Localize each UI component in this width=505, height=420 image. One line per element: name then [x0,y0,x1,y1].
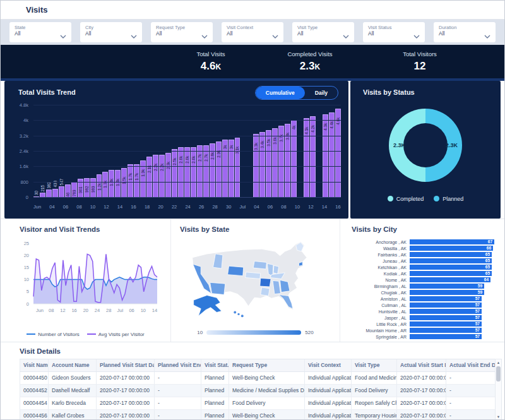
column-header-visit-name[interactable]: Visit Name [20,359,49,371]
scroll-up-icon[interactable]: ▲ [497,360,500,365]
table-row[interactable]: 00004456Kallef Grobes2020-07-17 00:00:00… [20,410,495,420]
city-bar-zone: 57 [410,334,494,339]
city-bar: 67 [410,239,494,244]
axis-tick-label: 0 [27,301,29,307]
city-row: Cullman , AL57 [349,302,494,308]
column-header-request-type[interactable]: Request Type [229,359,305,371]
trend-bar-label: 2.7k [203,154,209,162]
visit-details-title: Visit Details [20,347,61,355]
visits-by-city-card: Visits by City Anchorage , AK67Wasilla ,… [340,219,504,342]
filter-city[interactable]: CityAll [80,22,142,42]
column-header-planned-visit-end-date[interactable]: Planned Visit End Date [155,359,201,371]
city-label: Nome , AK [349,278,410,282]
city-bar: 57 [410,315,482,320]
visitor-trends-card: Visitor and Visit Trends 2520151050Jun08… [1,219,171,342]
legend-dot [434,196,439,201]
filter-value: All [368,30,420,37]
trend-y-tick: 2.4k [20,148,28,154]
filter-value: All [85,30,137,37]
table-cell: Dashell Medcalf [49,385,97,397]
city-bar: 57 [410,334,482,339]
city-row: Wasilla , AK66 [349,245,494,251]
table-cell: 2020-07-17 00:00:00 [397,397,446,409]
axis-tick-label: 08 [49,308,54,313]
trend-bar-label: 3.6k [272,136,278,144]
table-row[interactable]: 00004454Karlo Breceda2020-07-17 00:00:00… [20,397,495,410]
table-cell: 2020-07-17 00:00:00 [397,385,446,397]
trend-x-tick: 04 [254,204,259,210]
trend-x-tick: 04 [49,204,54,210]
status-donut-chart: 2.3K 2.3K [389,109,462,182]
table-cell: 00004456 [20,410,49,420]
city-label: Fairbanks , AK [349,253,410,257]
trend-bar-label: 3k [229,145,234,149]
filter-duration[interactable]: DurationAll [434,22,496,42]
table-cell: - [155,372,201,384]
city-bar: 65 [410,258,492,263]
trend-bar-label: 989 [90,186,96,193]
trend-x-tick: Jun [33,204,41,210]
scroll-down-icon[interactable]: ▼ [497,414,500,419]
column-header-visit-context[interactable]: Visit Context [305,359,352,371]
city-bar: 57 [410,321,482,327]
axis-tick-label: 20 [83,308,88,313]
trend-x-axis: Jun0406081012141618202224262830Jul040608… [33,204,341,210]
filter-visit-type[interactable]: Visit TypeAll [292,22,354,42]
state-IN [273,265,279,274]
scroll-thumb[interactable] [496,366,501,381]
toggle-cumulative[interactable]: Cumulative [256,87,305,99]
column-header-planned-visit-start-date[interactable]: Planned Visit Start Date↓ [97,359,155,371]
city-bar-zone: 65 [410,258,494,263]
trend-x-tick: 30 [226,204,231,210]
filter-value: All [297,30,349,37]
trend-gridline [33,197,341,198]
city-bar: 59 [410,284,484,289]
state-FL [279,295,293,309]
dashboard-visits: Visits StateAllCityAllRequest TypeAllVis… [0,0,505,420]
trend-x-tick: 22 [172,204,177,210]
state-AK [194,296,222,316]
status-donut-wrap: 2.3K 2.3K [350,109,501,182]
filter-visit-status[interactable]: Visit StatusAll [363,22,425,42]
state-IA [253,261,266,270]
trend-gridline [33,166,341,167]
city-bar-value: 59 [478,284,482,288]
toggle-daily[interactable]: Daily [305,87,338,99]
map-legend-max: 520 [305,330,313,335]
city-bar-value: 57 [475,328,480,332]
table-row[interactable]: 00004452Dashell Medcalf2020-07-17 00:00:… [20,385,495,397]
trend-gridline [33,182,341,183]
table-cell: Food Delivery [352,385,397,397]
filter-state[interactable]: StateAll [9,22,71,42]
city-bar-zone: 59 [410,290,494,295]
city-bar-zone: 57 [410,309,494,314]
kpi-label: Total Visitors [403,51,437,57]
trend-bar-label: 3k [222,145,228,149]
table-scrollbar[interactable]: ▲ ▼ [495,359,502,420]
city-label: Kodiak , AK [349,272,410,276]
table-cell: 2020-07-17 00:00:00 [97,385,155,397]
filter-visit-context[interactable]: Visit ContextAll [222,22,283,42]
filter-value: All [15,30,66,37]
column-header-account-name[interactable]: Account Name [49,359,97,371]
table-cell: 00004452 [20,385,49,397]
table-cell: Food Delivery [229,397,305,409]
column-header-actual-visit-start-date[interactable]: Actual Visit Start Date [397,359,446,371]
column-header-visit-stat-[interactable]: Visit Stat... [201,359,229,371]
visitor-trends-title: Visitor and Visit Trends [20,225,100,233]
column-header-visit-type[interactable]: Visit Type [352,359,397,371]
city-label: Little Rock , AR [349,322,410,327]
axis-tick-label: 06 [129,308,134,313]
filter-request-type[interactable]: Request TypeAll [151,22,213,42]
column-header-actual-visit-end-date[interactable]: Actual Visit End Date [446,359,497,371]
trend-bar-label: 30 [33,191,39,195]
table-cell: Individual Applicati... [305,372,352,384]
filter-value: All [227,30,278,37]
filter-label: Duration [439,25,490,30]
city-row: Little Rock , AR57 [349,321,494,327]
trend-bar [134,164,140,197]
table-row[interactable]: 00004450Gideon Souders2020-07-17 00:00:0… [20,372,495,385]
chevron-down-icon [343,30,349,41]
city-label: Wasilla , AK [349,246,410,251]
city-bar-value: 66 [487,246,491,250]
